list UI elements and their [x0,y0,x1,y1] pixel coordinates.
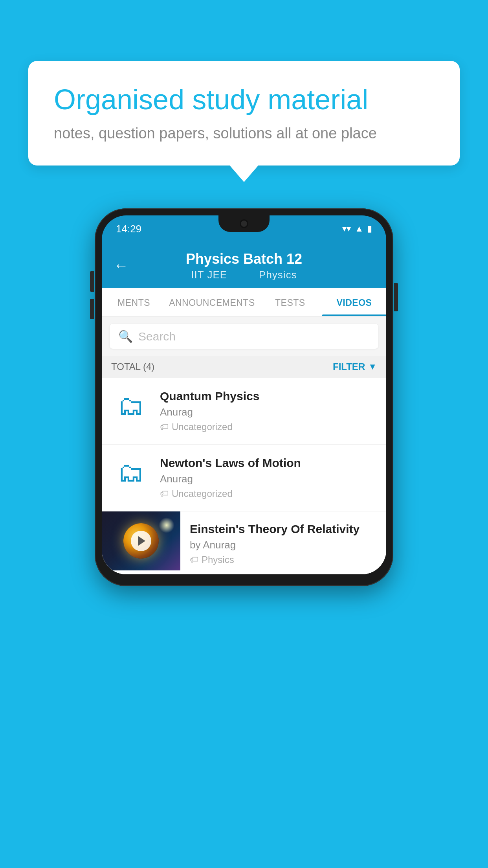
bubble-title: Organised study material [54,83,434,116]
search-container: 🔍 Search [102,317,386,356]
filter-label: FILTER [333,361,365,372]
video-info-3: Einstein's Theory Of Relativity by Anura… [180,511,386,574]
filter-bar: TOTAL (4) FILTER ▼ [102,356,386,378]
play-triangle-icon [138,536,145,546]
glow-visual [159,517,174,533]
tab-ments[interactable]: MENTS [102,288,166,316]
tag-icon-2: 🏷 [160,489,169,499]
tag-label-3: Physics [202,554,234,565]
tag-label-2: Uncategorized [172,488,233,499]
status-bar: 14:29 ▾▾ ▲ ▮ [102,215,386,242]
search-input[interactable]: Search [138,330,176,343]
vol-down-button [90,299,94,319]
wifi-icon: ▾▾ [342,224,351,234]
battery-icon: ▮ [367,224,372,234]
tabs-bar: MENTS ANNOUNCEMENTS TESTS VIDEOS [102,288,386,317]
search-icon: 🔍 [118,329,133,343]
video-title-2: Newton's Laws of Motion [160,456,377,470]
signal-icon: ▲ [355,224,363,234]
power-button [394,283,398,311]
subtitle-part2: Physics [259,269,297,281]
folder-thumbnail-1: 🗂 [111,390,150,421]
total-count: TOTAL (4) [111,361,154,372]
app-header: ← Physics Batch 12 IIT JEE Physics [102,242,386,288]
phone-outer: 14:29 ▾▾ ▲ ▮ ← Physics Batch 12 IIT JEE … [95,208,393,586]
video-author-3: by Anurag [190,539,378,551]
tag-icon-3: 🏷 [190,555,198,565]
status-icons: ▾▾ ▲ ▮ [342,224,372,234]
video-tag-2: 🏷 Uncategorized [160,488,377,499]
list-item[interactable]: 🗂 Newton's Laws of Motion Anurag 🏷 Uncat… [102,445,386,511]
status-time: 14:29 [116,223,141,235]
list-item[interactable]: 🗂 Quantum Physics Anurag 🏷 Uncategorized [102,378,386,445]
vol-up-button [90,271,94,292]
phone-mockup: 14:29 ▾▾ ▲ ▮ ← Physics Batch 12 IIT JEE … [95,208,393,586]
folder-icon: 🗂 [117,392,144,419]
filter-button[interactable]: FILTER ▼ [333,361,377,372]
video-title-3: Einstein's Theory Of Relativity [190,522,378,536]
bubble-subtitle: notes, question papers, solutions all at… [54,125,434,142]
tab-videos[interactable]: VIDEOS [322,288,386,316]
list-item[interactable]: Einstein's Theory Of Relativity by Anura… [102,511,386,574]
search-bar[interactable]: 🔍 Search [110,324,378,349]
play-button-overlay[interactable] [131,531,151,551]
filter-funnel-icon: ▼ [368,362,377,372]
video-tag-1: 🏷 Uncategorized [160,421,377,432]
video-title-1: Quantum Physics [160,390,377,403]
back-button[interactable]: ← [114,257,128,274]
tab-announcements[interactable]: ANNOUNCEMENTS [166,288,258,316]
video-info-2: Newton's Laws of Motion Anurag 🏷 Uncateg… [160,456,377,499]
folder-thumbnail-2: 🗂 [111,456,150,488]
subtitle-part1: IIT JEE [191,269,227,281]
video-author-1: Anurag [160,406,377,418]
video-tag-3: 🏷 Physics [190,554,378,565]
tag-label-1: Uncategorized [172,421,233,432]
header-subtitle: IIT JEE Physics [186,269,301,281]
video-info-1: Quantum Physics Anurag 🏷 Uncategorized [160,390,377,432]
video-thumbnail-3 [102,511,180,570]
tag-icon-1: 🏷 [160,422,169,432]
video-list: 🗂 Quantum Physics Anurag 🏷 Uncategorized [102,378,386,574]
header-title: Physics Batch 12 [186,251,302,267]
phone-screen: ← Physics Batch 12 IIT JEE Physics MENTS… [102,242,386,574]
phone-notch [218,215,270,232]
subtitle-separator [240,269,250,281]
tab-tests[interactable]: TESTS [258,288,322,316]
video-author-2: Anurag [160,473,377,485]
folder-icon: 🗂 [117,459,144,485]
camera-lens [240,219,248,228]
speech-bubble: Organised study material notes, question… [28,61,460,166]
